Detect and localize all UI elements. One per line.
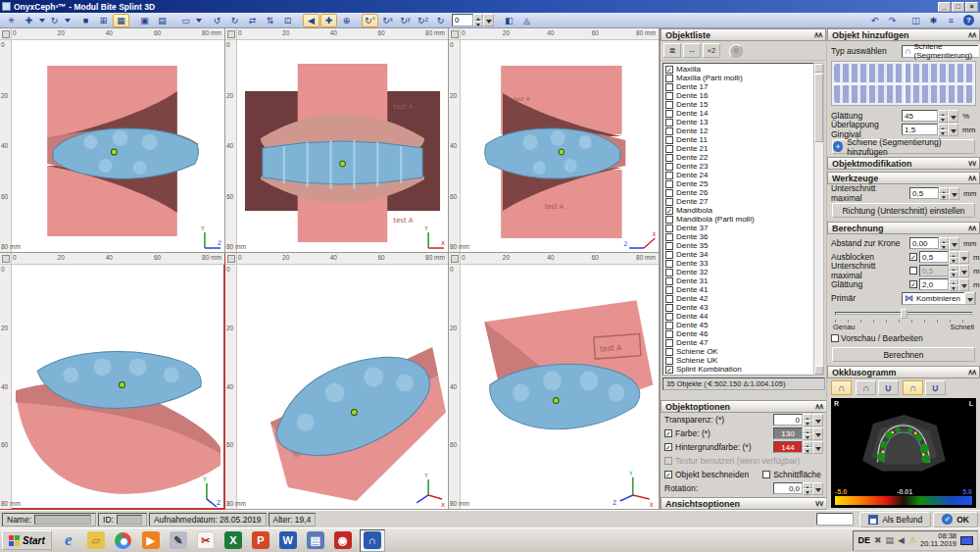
close-button[interactable]: × — [965, 2, 978, 12]
glaettung-input[interactable]: 45 — [902, 110, 938, 122]
object-list-item[interactable]: Schiene OK — [665, 347, 813, 356]
object-checkbox[interactable]: ✓ — [665, 366, 673, 374]
object-checkbox[interactable] — [665, 198, 673, 206]
remote-tool-icon[interactable]: ◉ — [332, 529, 354, 551]
object-checkbox[interactable] — [665, 75, 673, 82]
object-list-item[interactable]: Dente 24 — [665, 171, 813, 179]
frame-tool-button[interactable]: ▭ — [177, 14, 194, 27]
object-checkbox[interactable] — [665, 286, 673, 294]
label-tool-button[interactable]: ◬ — [518, 14, 535, 27]
typ-dropdown[interactable]: ∩ Schiene (Segmentierung) — [902, 45, 980, 58]
orient-preset-5-button[interactable]: ⊡ — [279, 14, 296, 27]
farbe-dropdown[interactable] — [812, 427, 823, 440]
slider-thumb[interactable] — [901, 309, 907, 319]
object-list-item[interactable]: ✓Mandibola — [665, 206, 813, 215]
cad-tool-icon[interactable]: ✎ — [168, 529, 189, 551]
contrast-button[interactable]: ◧ — [501, 14, 517, 27]
help-button[interactable]: ? — [960, 14, 977, 27]
object-list-item[interactable]: Dente 36 — [665, 232, 813, 241]
layout-3x3-button[interactable]: ▦ — [113, 14, 129, 27]
onyxceph-active-app-icon[interactable]: ∩ — [360, 529, 385, 552]
object-list-item[interactable]: Dente 43 — [665, 303, 813, 312]
ausblocken-input[interactable]: 0,5 — [919, 251, 949, 263]
object-checkbox[interactable] — [665, 322, 673, 329]
primaer-dropdown-arrow[interactable] — [964, 292, 975, 305]
warning-icon[interactable]: ⚠ — [908, 535, 916, 545]
object-checkbox[interactable] — [665, 225, 673, 232]
object-list-item[interactable]: Dente 22 — [665, 153, 813, 162]
tray-close-icon[interactable]: ✖ — [874, 535, 882, 545]
settings-gear-button[interactable]: ✱ — [925, 14, 942, 27]
add-reference-button[interactable]: ⊕ — [338, 14, 355, 27]
object-checkbox[interactable] — [665, 330, 673, 338]
object-list-item[interactable]: Dente 31 — [665, 276, 813, 285]
object-list-item[interactable]: Dente 37 — [665, 224, 813, 232]
glaettung-b-dropdown[interactable] — [958, 278, 969, 291]
occlusogram-canvas[interactable]: R L -5.0 -0.01 5.0 — [831, 398, 976, 508]
arch-upper-filled-button[interactable]: ∩ — [831, 380, 852, 395]
internet-explorer-icon[interactable]: e — [58, 529, 79, 551]
object-list-item[interactable]: ✓Splint Kombination — [665, 365, 813, 374]
hintergrund-spinner[interactable] — [803, 441, 812, 454]
abstand-spinner[interactable] — [939, 237, 949, 250]
rotation-spinner[interactable] — [803, 482, 812, 495]
als-befund-button[interactable]: Als Befund — [859, 512, 931, 527]
rotation-dropdown[interactable] — [812, 482, 823, 495]
ausblocken-checkbox[interactable]: ✓ — [909, 253, 917, 261]
collapse-chevron-icon[interactable]: ∧∧ — [813, 30, 821, 39]
object-list-item[interactable]: Dente 26 — [665, 188, 813, 197]
start-button[interactable]: Start — [2, 530, 52, 550]
collapse-chevron-icon[interactable]: ∧∧ — [967, 30, 975, 39]
object-checkbox[interactable] — [665, 339, 673, 347]
object-list-item[interactable]: Dente 23 — [665, 162, 813, 171]
snapshot-button[interactable]: ▣ — [136, 14, 153, 27]
layout-single-button[interactable]: ■ — [77, 14, 94, 27]
object-checkbox[interactable] — [665, 277, 673, 285]
ansichtsoptionen-header[interactable]: Ansichtsoptionen ∨∨ — [661, 497, 827, 510]
object-list-item[interactable]: Dente 12 — [665, 126, 813, 135]
angle-input[interactable]: 0 — [452, 14, 473, 26]
folder-icon[interactable]: ▱ — [85, 529, 107, 551]
unterschnitt-max-input[interactable]: 0,5 — [919, 265, 949, 276]
object-checkbox[interactable] — [665, 101, 673, 109]
orient-preset-1-button[interactable]: ↺ — [209, 14, 225, 27]
glaettung-spinner[interactable] — [938, 110, 948, 123]
list-edit-button[interactable]: ≣ — [663, 43, 681, 58]
unterschnitt-max-dropdown[interactable] — [958, 265, 969, 277]
object-checkbox[interactable] — [665, 189, 673, 197]
objektmodifikation-header[interactable]: Objektmodifikation ∨∨ — [827, 157, 980, 170]
object-checkbox[interactable]: ✓ — [665, 66, 673, 74]
list-x2-button[interactable]: ×2 — [703, 43, 720, 58]
viewport-bottom-middle[interactable]: 020406080 mm 020406080 mm — [225, 253, 449, 510]
object-list-item[interactable]: Dente 34 — [665, 250, 813, 259]
patient-record-button[interactable]: ◫ — [907, 14, 924, 27]
orient-preset-3-button[interactable]: ⇄ — [244, 14, 261, 27]
unterschnitt-input[interactable]: 0,5 — [909, 187, 939, 199]
hintergrund-value-swatch[interactable]: 144 — [773, 441, 803, 453]
orient-preset-2-button[interactable]: ↻ — [226, 14, 243, 27]
object-list-item[interactable]: Dente 27 — [665, 197, 813, 206]
object-list-item[interactable]: Mandibola (Parti molli) — [665, 215, 813, 224]
collapse-chevron-icon[interactable]: ∧∧ — [814, 402, 822, 411]
language-indicator[interactable]: DE — [858, 535, 870, 545]
rotation-input[interactable]: 0,0 — [773, 482, 803, 494]
arch-lower-wide-button[interactable]: ∪ — [925, 380, 946, 395]
schiene-hinzufuegen-button[interactable]: + Schiene (Segmentierung) hinzufügen — [832, 139, 975, 154]
rotate-dropdown-icon[interactable] — [64, 14, 71, 27]
arch-lower-outline-button[interactable]: ∪ — [878, 380, 899, 395]
object-list-item[interactable]: Schiene UK — [665, 356, 813, 365]
objektoptionen-header[interactable]: Objektoptionen ∧∧ — [661, 400, 827, 413]
powerpoint-icon[interactable]: P — [250, 529, 271, 551]
collapse-chevron-icon[interactable]: ∧∧ — [967, 174, 975, 182]
unterschnitt-spinner[interactable] — [939, 187, 949, 200]
object-list-item[interactable]: Dente 42 — [665, 294, 813, 303]
word-icon[interactable]: W — [277, 529, 299, 551]
ueberlappung-dropdown[interactable] — [948, 124, 958, 136]
farbe-checkbox[interactable]: ✓ — [664, 429, 672, 437]
abstand-dropdown[interactable] — [949, 237, 959, 250]
arch-upper-outline-button[interactable]: ∩ — [856, 380, 876, 395]
objektliste-header[interactable]: Objektliste ∧∧ — [661, 28, 826, 41]
3d-canvas-lateral[interactable]: Y Z — [12, 265, 224, 509]
add-point-button[interactable]: ✚ — [320, 14, 337, 27]
glaettung-b-input[interactable]: 2,0 — [919, 278, 949, 290]
